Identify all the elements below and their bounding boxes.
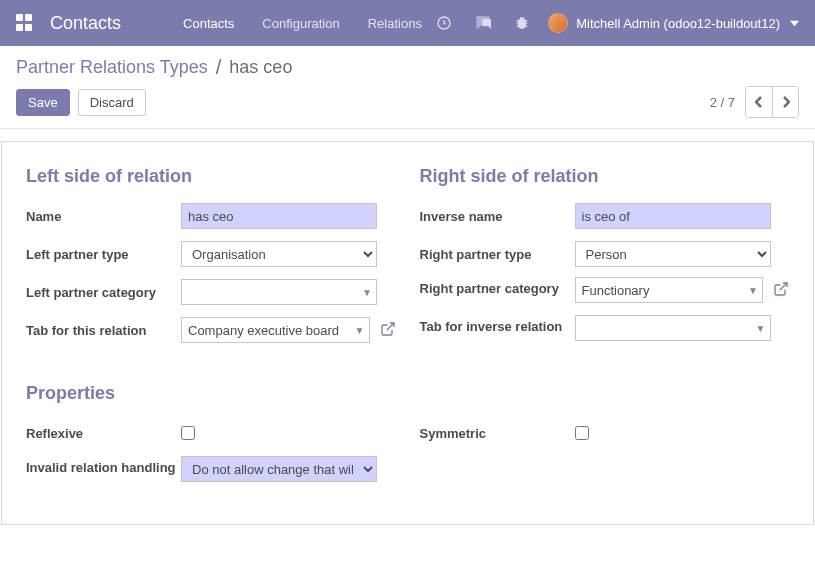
control-panel: Partner Relations Types / has ceo Save D… (0, 46, 815, 129)
breadcrumb-parent[interactable]: Partner Relations Types (16, 57, 208, 78)
left-title: Left side of relation (26, 166, 396, 187)
caret-down-icon (790, 19, 799, 28)
apps-icon[interactable] (16, 14, 34, 32)
right-partner-category-label: Right partner category (420, 277, 575, 296)
left-tab-label: Tab for this relation (26, 323, 181, 338)
left-partner-category-label: Left partner category (26, 285, 181, 300)
pager-text: 2 / 7 (710, 95, 735, 110)
left-partner-type-label: Left partner type (26, 247, 181, 262)
user-name: Mitchell Admin (odoo12-buildout12) (576, 16, 780, 31)
pager-next[interactable] (772, 87, 798, 117)
reflexive-label: Reflexive (26, 426, 181, 441)
pager: 2 / 7 (710, 86, 799, 118)
breadcrumb-current: has ceo (229, 57, 292, 78)
right-partner-category-input[interactable]: Functionary ▼ (575, 277, 764, 303)
messages-icon[interactable] (474, 15, 492, 31)
debug-icon[interactable] (514, 15, 530, 31)
activities-icon[interactable] (436, 15, 452, 31)
nav-contacts[interactable]: Contacts (169, 16, 248, 31)
name-label: Name (26, 209, 181, 224)
symmetric-checkbox[interactable] (575, 426, 589, 440)
action-buttons: Save Discard (16, 89, 799, 116)
systray (436, 15, 530, 31)
right-tab-label: Tab for inverse relation (420, 315, 575, 334)
right-partner-type-select[interactable]: Person (575, 241, 771, 267)
external-link-icon[interactable] (380, 321, 396, 340)
discard-button[interactable]: Discard (78, 89, 146, 116)
invalid-handling-select[interactable]: Do not allow change that will result in … (181, 456, 377, 482)
top-nav: Contacts Contacts Configuration Relation… (0, 0, 815, 46)
caret-down-icon: ▼ (756, 323, 766, 334)
left-side-group: Left side of relation Name Left partner … (26, 166, 396, 353)
invalid-handling-label: Invalid relation handling (26, 456, 181, 475)
nav-configuration[interactable]: Configuration (248, 16, 353, 31)
right-partner-type-label: Right partner type (420, 247, 575, 262)
inverse-name-label: Inverse name (420, 209, 575, 224)
caret-down-icon: ▼ (748, 285, 758, 296)
nav-menu: Contacts Configuration Relations (169, 16, 436, 31)
name-input[interactable] (181, 203, 377, 229)
reflexive-checkbox[interactable] (181, 426, 195, 440)
right-title: Right side of relation (420, 166, 790, 187)
breadcrumb-sep: / (216, 56, 222, 79)
left-tab-input[interactable]: Company executive board ▼ (181, 317, 370, 343)
properties-title: Properties (26, 383, 789, 404)
external-link-icon[interactable] (773, 281, 789, 300)
breadcrumb: Partner Relations Types / has ceo (16, 56, 799, 79)
right-side-group: Right side of relation Inverse name Righ… (420, 166, 790, 353)
right-tab-input[interactable]: ▼ (575, 315, 771, 341)
pager-prev[interactable] (746, 87, 772, 117)
caret-down-icon: ▼ (362, 287, 372, 298)
inverse-name-input[interactable] (575, 203, 771, 229)
save-button[interactable]: Save (16, 89, 70, 116)
avatar (548, 13, 568, 33)
caret-down-icon: ▼ (355, 325, 365, 336)
user-menu[interactable]: Mitchell Admin (odoo12-buildout12) (548, 13, 799, 33)
chevron-left-icon (755, 96, 763, 108)
app-brand: Contacts (50, 13, 121, 34)
symmetric-label: Symmetric (420, 426, 575, 441)
nav-relations[interactable]: Relations (354, 16, 436, 31)
form-sheet: Left side of relation Name Left partner … (1, 141, 814, 525)
left-partner-category-input[interactable]: ▼ (181, 279, 377, 305)
left-partner-type-select[interactable]: Organisation (181, 241, 377, 267)
chevron-right-icon (782, 96, 790, 108)
